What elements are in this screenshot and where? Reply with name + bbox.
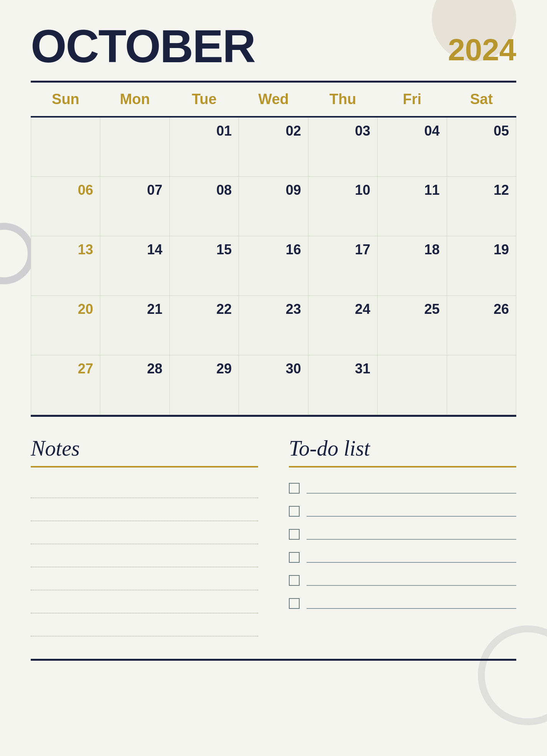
header-mon: Mon: [100, 83, 169, 117]
header: OCTOBER 2024: [31, 23, 516, 69]
calendar-week-1: 0102030405: [31, 117, 516, 176]
todo-item-line: [307, 529, 516, 540]
todo-checkbox[interactable]: [289, 575, 300, 586]
calendar-cell: [378, 355, 447, 414]
bottom-section: Notes To-do list: [31, 436, 516, 640]
calendar-cell: [447, 355, 516, 414]
calendar-cell: 30: [239, 355, 308, 414]
todo-item: [289, 524, 516, 544]
deco-circle-left: [0, 223, 35, 284]
calendar-cell: 27: [31, 355, 100, 414]
calendar-cell: 18: [378, 236, 447, 295]
calendar-cell: 11: [378, 176, 447, 236]
todo-checkbox[interactable]: [289, 529, 300, 540]
calendar-table: Sun Mon Tue Wed Thu Fri Sat 010203040506…: [31, 83, 516, 415]
todo-item-line: [307, 552, 516, 563]
calendar-cell: 14: [100, 236, 169, 295]
notes-underline: [31, 466, 258, 468]
calendar-cell: 26: [447, 295, 516, 355]
year-title: 2024: [448, 35, 516, 69]
day-headers-row: Sun Mon Tue Wed Thu Fri Sat: [31, 83, 516, 117]
calendar-cell: 07: [100, 176, 169, 236]
todo-item: [289, 594, 516, 613]
todo-item-line: [307, 506, 516, 517]
calendar-cell: 02: [239, 117, 308, 176]
header-sat: Sat: [447, 83, 516, 117]
notes-line: [31, 570, 258, 590]
calendar-cell: 31: [308, 355, 377, 414]
calendar-cell: 06: [31, 176, 100, 236]
calendar-cell: 17: [308, 236, 377, 295]
calendar-week-2: 06070809101112: [31, 176, 516, 236]
todo-item-line: [307, 598, 516, 609]
calendar-cell: 09: [239, 176, 308, 236]
calendar-cell: 19: [447, 236, 516, 295]
month-title: OCTOBER: [31, 23, 255, 69]
calendar-cell: 20: [31, 295, 100, 355]
notes-lines: [31, 478, 258, 640]
calendar-section: Sun Mon Tue Wed Thu Fri Sat 010203040506…: [31, 81, 516, 417]
calendar-cell: 15: [169, 236, 239, 295]
header-tue: Tue: [169, 83, 239, 117]
calendar-cell: 05: [447, 117, 516, 176]
calendar-cell: [100, 117, 169, 176]
calendar-week-5: 2728293031: [31, 355, 516, 414]
calendar-cell: 03: [308, 117, 377, 176]
todo-items: [289, 478, 516, 613]
todo-checkbox[interactable]: [289, 598, 300, 609]
page: OCTOBER 2024 Sun Mon Tue Wed Thu Fri Sat…: [0, 0, 547, 756]
notes-section: Notes: [31, 436, 258, 640]
calendar-cell: 16: [239, 236, 308, 295]
todo-title: To-do list: [289, 436, 516, 461]
todo-item: [289, 501, 516, 521]
calendar-cell: 04: [378, 117, 447, 176]
calendar-cell: 24: [308, 295, 377, 355]
todo-item-line: [307, 483, 516, 494]
todo-item: [289, 547, 516, 567]
header-sun: Sun: [31, 83, 100, 117]
todo-checkbox[interactable]: [289, 483, 300, 494]
notes-line: [31, 617, 258, 637]
calendar-cell: 12: [447, 176, 516, 236]
notes-line: [31, 478, 258, 498]
calendar-cell: 13: [31, 236, 100, 295]
todo-checkbox[interactable]: [289, 552, 300, 563]
deco-circle-bottom-right: [478, 625, 547, 725]
page-bottom-border: [31, 659, 516, 661]
calendar-cell: 21: [100, 295, 169, 355]
notes-line: [31, 524, 258, 544]
notes-title: Notes: [31, 436, 258, 461]
calendar-week-4: 20212223242526: [31, 295, 516, 355]
calendar-cell: 29: [169, 355, 239, 414]
calendar-bottom-border: [31, 415, 516, 417]
calendar-cell: [31, 117, 100, 176]
calendar-body: 0102030405060708091011121314151617181920…: [31, 117, 516, 414]
calendar-cell: 22: [169, 295, 239, 355]
todo-item-line: [307, 575, 516, 586]
calendar-cell: 01: [169, 117, 239, 176]
header-wed: Wed: [239, 83, 308, 117]
calendar-cell: 10: [308, 176, 377, 236]
header-thu: Thu: [308, 83, 377, 117]
notes-line: [31, 594, 258, 613]
notes-line: [31, 501, 258, 521]
calendar-cell: 08: [169, 176, 239, 236]
todo-checkbox[interactable]: [289, 506, 300, 517]
calendar-cell: 28: [100, 355, 169, 414]
header-fri: Fri: [378, 83, 447, 117]
todo-item: [289, 478, 516, 498]
calendar-week-3: 13141516171819: [31, 236, 516, 295]
todo-item: [289, 570, 516, 590]
todo-section: To-do list: [289, 436, 516, 640]
calendar-cell: 25: [378, 295, 447, 355]
notes-line: [31, 547, 258, 567]
todo-underline: [289, 466, 516, 468]
calendar-cell: 23: [239, 295, 308, 355]
